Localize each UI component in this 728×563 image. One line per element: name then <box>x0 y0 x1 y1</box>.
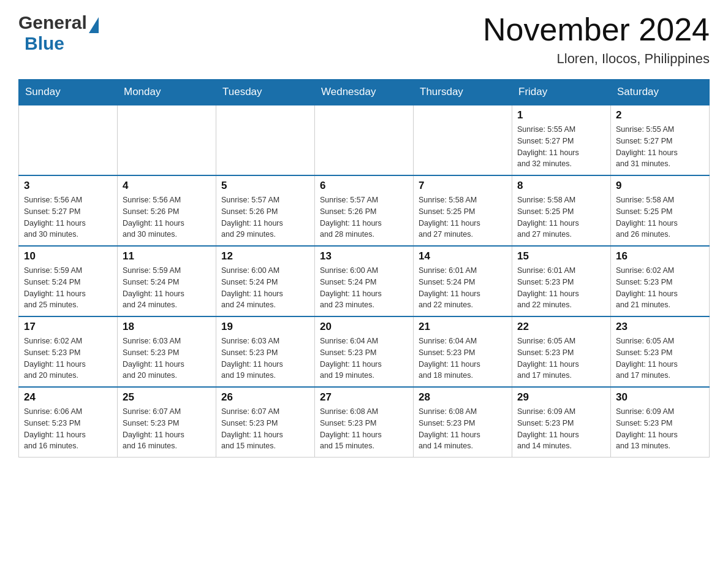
calendar-cell: 22Sunrise: 6:05 AM Sunset: 5:23 PM Dayli… <box>512 316 611 387</box>
day-number: 21 <box>419 321 507 333</box>
day-number: 6 <box>320 180 408 192</box>
calendar-cell <box>19 105 118 175</box>
calendar-cell: 27Sunrise: 6:08 AM Sunset: 5:23 PM Dayli… <box>315 387 414 458</box>
calendar-cell: 25Sunrise: 6:07 AM Sunset: 5:23 PM Dayli… <box>118 387 216 458</box>
day-number: 16 <box>616 250 704 262</box>
page-header: General Blue November 2024 Lloren, Iloco… <box>18 12 710 67</box>
day-number: 14 <box>419 250 507 262</box>
day-info: Sunrise: 5:57 AM Sunset: 5:26 PM Dayligh… <box>320 194 408 240</box>
calendar-cell: 4Sunrise: 5:56 AM Sunset: 5:26 PM Daylig… <box>118 175 216 246</box>
day-number: 15 <box>517 250 605 262</box>
day-info: Sunrise: 6:07 AM Sunset: 5:23 PM Dayligh… <box>123 406 211 452</box>
location-title: Lloren, Ilocos, Philippines <box>483 51 710 67</box>
calendar-cell: 21Sunrise: 6:04 AM Sunset: 5:23 PM Dayli… <box>414 316 512 387</box>
day-number: 12 <box>221 250 309 262</box>
month-title: November 2024 <box>483 12 710 47</box>
weekday-header-sunday: Sunday <box>19 80 118 105</box>
day-info: Sunrise: 6:08 AM Sunset: 5:23 PM Dayligh… <box>320 406 408 452</box>
calendar-cell: 18Sunrise: 6:03 AM Sunset: 5:23 PM Dayli… <box>118 316 216 387</box>
day-number: 1 <box>517 109 605 121</box>
day-number: 7 <box>419 180 507 192</box>
day-number: 5 <box>221 180 309 192</box>
calendar-cell: 7Sunrise: 5:58 AM Sunset: 5:25 PM Daylig… <box>414 175 512 246</box>
day-number: 30 <box>616 391 704 404</box>
calendar-cell <box>118 105 216 175</box>
day-info: Sunrise: 6:03 AM Sunset: 5:23 PM Dayligh… <box>221 335 309 381</box>
day-info: Sunrise: 5:58 AM Sunset: 5:25 PM Dayligh… <box>616 194 704 240</box>
day-info: Sunrise: 6:00 AM Sunset: 5:24 PM Dayligh… <box>320 265 408 311</box>
day-number: 22 <box>517 321 605 333</box>
calendar-cell: 19Sunrise: 6:03 AM Sunset: 5:23 PM Dayli… <box>216 316 315 387</box>
day-info: Sunrise: 6:05 AM Sunset: 5:23 PM Dayligh… <box>616 335 704 381</box>
logo-triangle-icon <box>89 17 99 33</box>
day-info: Sunrise: 6:01 AM Sunset: 5:23 PM Dayligh… <box>517 265 605 311</box>
day-info: Sunrise: 5:55 AM Sunset: 5:27 PM Dayligh… <box>616 124 704 170</box>
day-number: 3 <box>24 180 112 192</box>
day-info: Sunrise: 6:08 AM Sunset: 5:23 PM Dayligh… <box>419 406 507 452</box>
day-number: 25 <box>123 391 211 404</box>
weekday-header-wednesday: Wednesday <box>315 80 414 105</box>
calendar-cell: 11Sunrise: 5:59 AM Sunset: 5:24 PM Dayli… <box>118 246 216 316</box>
day-info: Sunrise: 6:02 AM Sunset: 5:23 PM Dayligh… <box>24 335 112 381</box>
weekday-header-row: SundayMondayTuesdayWednesdayThursdayFrid… <box>19 80 710 105</box>
day-info: Sunrise: 5:59 AM Sunset: 5:24 PM Dayligh… <box>123 265 211 311</box>
logo: General Blue <box>18 12 99 54</box>
title-block: November 2024 Lloren, Ilocos, Philippine… <box>483 12 710 67</box>
day-number: 9 <box>616 180 704 192</box>
calendar-cell: 24Sunrise: 6:06 AM Sunset: 5:23 PM Dayli… <box>19 387 118 458</box>
day-info: Sunrise: 5:58 AM Sunset: 5:25 PM Dayligh… <box>517 194 605 240</box>
calendar-cell: 13Sunrise: 6:00 AM Sunset: 5:24 PM Dayli… <box>315 246 414 316</box>
calendar-cell: 30Sunrise: 6:09 AM Sunset: 5:23 PM Dayli… <box>611 387 710 458</box>
calendar-week-row: 17Sunrise: 6:02 AM Sunset: 5:23 PM Dayli… <box>19 316 710 387</box>
calendar-cell <box>315 105 414 175</box>
day-info: Sunrise: 6:02 AM Sunset: 5:23 PM Dayligh… <box>616 265 704 311</box>
calendar-cell <box>414 105 512 175</box>
weekday-header-friday: Friday <box>512 80 611 105</box>
day-info: Sunrise: 6:09 AM Sunset: 5:23 PM Dayligh… <box>616 406 704 452</box>
day-info: Sunrise: 5:59 AM Sunset: 5:24 PM Dayligh… <box>24 265 112 311</box>
day-number: 19 <box>221 321 309 333</box>
calendar-cell: 3Sunrise: 5:56 AM Sunset: 5:27 PM Daylig… <box>19 175 118 246</box>
calendar-cell: 8Sunrise: 5:58 AM Sunset: 5:25 PM Daylig… <box>512 175 611 246</box>
day-number: 18 <box>123 321 211 333</box>
calendar-week-row: 1Sunrise: 5:55 AM Sunset: 5:27 PM Daylig… <box>19 105 710 175</box>
weekday-header-monday: Monday <box>118 80 216 105</box>
weekday-header-thursday: Thursday <box>414 80 512 105</box>
weekday-header-saturday: Saturday <box>611 80 710 105</box>
calendar-cell: 1Sunrise: 5:55 AM Sunset: 5:27 PM Daylig… <box>512 105 611 175</box>
calendar-cell: 26Sunrise: 6:07 AM Sunset: 5:23 PM Dayli… <box>216 387 315 458</box>
day-number: 13 <box>320 250 408 262</box>
day-info: Sunrise: 6:03 AM Sunset: 5:23 PM Dayligh… <box>123 335 211 381</box>
calendar-cell: 29Sunrise: 6:09 AM Sunset: 5:23 PM Dayli… <box>512 387 611 458</box>
day-number: 17 <box>24 321 112 333</box>
day-number: 8 <box>517 180 605 192</box>
day-number: 29 <box>517 391 605 404</box>
day-info: Sunrise: 6:04 AM Sunset: 5:23 PM Dayligh… <box>320 335 408 381</box>
day-number: 24 <box>24 391 112 404</box>
calendar-cell: 17Sunrise: 6:02 AM Sunset: 5:23 PM Dayli… <box>19 316 118 387</box>
calendar-cell: 9Sunrise: 5:58 AM Sunset: 5:25 PM Daylig… <box>611 175 710 246</box>
day-info: Sunrise: 6:05 AM Sunset: 5:23 PM Dayligh… <box>517 335 605 381</box>
calendar-cell: 12Sunrise: 6:00 AM Sunset: 5:24 PM Dayli… <box>216 246 315 316</box>
day-info: Sunrise: 6:00 AM Sunset: 5:24 PM Dayligh… <box>221 265 309 311</box>
day-number: 27 <box>320 391 408 404</box>
logo-blue-text: Blue <box>25 33 64 54</box>
day-info: Sunrise: 6:01 AM Sunset: 5:24 PM Dayligh… <box>419 265 507 311</box>
calendar-cell <box>216 105 315 175</box>
day-info: Sunrise: 6:06 AM Sunset: 5:23 PM Dayligh… <box>24 406 112 452</box>
calendar-cell: 20Sunrise: 6:04 AM Sunset: 5:23 PM Dayli… <box>315 316 414 387</box>
day-number: 4 <box>123 180 211 192</box>
calendar-cell: 14Sunrise: 6:01 AM Sunset: 5:24 PM Dayli… <box>414 246 512 316</box>
calendar-cell: 28Sunrise: 6:08 AM Sunset: 5:23 PM Dayli… <box>414 387 512 458</box>
calendar-cell: 10Sunrise: 5:59 AM Sunset: 5:24 PM Dayli… <box>19 246 118 316</box>
day-number: 2 <box>616 109 704 121</box>
calendar-week-row: 24Sunrise: 6:06 AM Sunset: 5:23 PM Dayli… <box>19 387 710 458</box>
calendar-cell: 15Sunrise: 6:01 AM Sunset: 5:23 PM Dayli… <box>512 246 611 316</box>
logo-general-text: General <box>18 12 87 33</box>
calendar-week-row: 10Sunrise: 5:59 AM Sunset: 5:24 PM Dayli… <box>19 246 710 316</box>
day-number: 11 <box>123 250 211 262</box>
calendar-week-row: 3Sunrise: 5:56 AM Sunset: 5:27 PM Daylig… <box>19 175 710 246</box>
day-number: 26 <box>221 391 309 404</box>
day-number: 23 <box>616 321 704 333</box>
day-info: Sunrise: 5:56 AM Sunset: 5:26 PM Dayligh… <box>123 194 211 240</box>
